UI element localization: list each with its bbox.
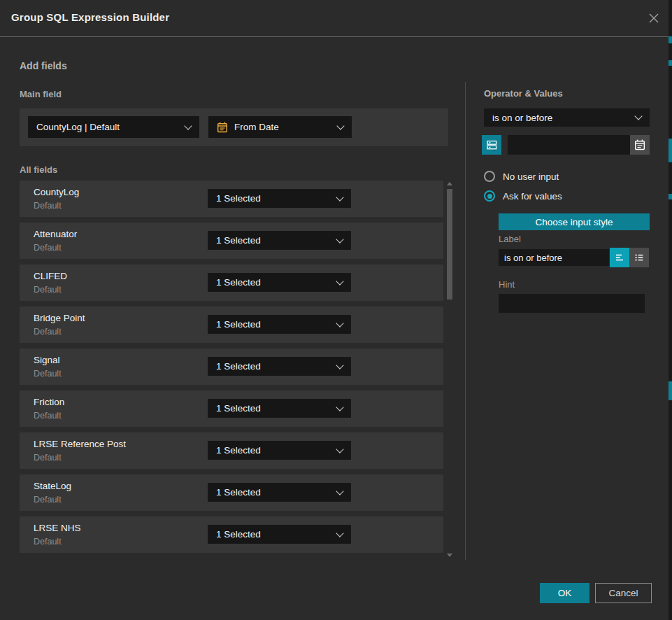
bullet-list-icon [634,252,645,263]
field-sublabel: Default [34,453,62,463]
main-field-select-value: CountyLog | Default [36,122,185,132]
select-value: 1 Selected [216,277,337,288]
field-name: LRSE NHS [34,523,81,533]
main-field-label: Main field [20,89,62,99]
panel-divider [465,82,466,560]
close-button[interactable] [647,11,661,25]
align-left-lines-icon [614,252,625,263]
edge-accent [669,194,672,199]
field-values-select[interactable]: 1 Selected [208,483,351,502]
select-value: 1 Selected [216,445,337,456]
field-sublabel: Default [34,369,62,379]
hint-input[interactable] [499,294,645,313]
field-values-select[interactable]: 1 Selected [208,315,351,334]
scroll-up-icon[interactable] [447,182,452,185]
select-value: 1 Selected [216,403,337,414]
field-sublabel: Default [34,327,62,337]
field-name: StateLog [34,481,71,491]
cancel-button[interactable]: Cancel [595,583,652,603]
field-row-lrse-reference-post: LRSE Reference Post Default 1 Selected [20,432,443,469]
field-sublabel: Default [34,495,62,505]
field-name: Signal [34,355,60,365]
field-sublabel: Default [34,243,62,253]
operator-select[interactable]: is on or before [484,108,650,127]
list-scrollbar[interactable] [445,181,454,558]
field-sublabel: Default [34,411,62,421]
chevron-down-icon [336,403,343,411]
scrollbar-thumb[interactable] [447,189,452,300]
main-date-field-select[interactable]: From Date [208,116,352,138]
operator-values-heading: Operator & Values [484,88,563,99]
chevron-down-icon [634,112,642,120]
field-values-select[interactable]: 1 Selected [208,525,351,544]
group-sql-expression-builder-dialog: Group SQL Expression Builder Add fields … [0,0,672,620]
main-field-select[interactable]: CountyLog | Default [28,116,199,138]
chevron-down-icon [336,319,343,327]
field-values-select[interactable]: 1 Selected [208,273,351,292]
date-value-input[interactable] [508,135,630,155]
field-name: LRSE Reference Post [34,439,126,449]
list-input-style-button[interactable] [629,248,649,267]
date-picker-button[interactable] [630,135,650,155]
chevron-down-icon [336,193,343,201]
field-row-lrse-nhs: LRSE NHS Default 1 Selected [20,516,443,553]
all-fields-list: CountyLog Default 1 Selected Attenuator … [20,181,443,558]
all-fields-label: All fields [20,164,57,175]
radio-no-user-input[interactable]: No user input [484,171,559,182]
chevron-down-icon [336,361,343,369]
hint-caption: Hint [499,279,515,290]
chevron-down-icon [336,235,343,243]
values-stack-icon [486,139,498,151]
field-row-friction: Friction Default 1 Selected [20,390,443,427]
field-row-attenuator: Attenuator Default 1 Selected [20,223,443,259]
field-values-select[interactable]: 1 Selected [208,189,351,208]
dialog-titlebar: Group SQL Expression Builder [0,0,669,36]
field-row-signal: Signal Default 1 Selected [20,348,443,385]
chevron-down-icon [336,277,343,285]
edge-accent [669,60,672,66]
edge-accent [669,381,672,400]
field-row-statelog: StateLog Default 1 Selected [20,474,443,511]
value-source-button[interactable] [482,135,501,155]
radio-circle-icon [484,171,495,182]
main-date-select-value: From Date [234,122,331,132]
select-value: 1 Selected [216,487,337,498]
field-row-countylog: CountyLog Default 1 Selected [20,181,443,217]
field-name: Friction [34,397,64,407]
field-sublabel: Default [34,285,62,295]
label-caption: Label [499,234,521,244]
chevron-down-icon [336,529,343,537]
edge-accent [669,139,672,162]
field-values-select[interactable]: 1 Selected [208,441,351,460]
field-values-select[interactable]: 1 Selected [208,357,351,376]
select-value: 1 Selected [216,361,337,372]
ok-button[interactable]: OK [540,583,589,603]
field-name: Attenuator [34,229,77,239]
select-value: 1 Selected [216,235,337,246]
select-value: 1 Selected [216,529,337,540]
radio-ask-for-values[interactable]: Ask for values [484,190,562,202]
field-values-select[interactable]: 1 Selected [208,231,351,250]
scroll-down-icon[interactable] [447,554,452,557]
single-line-input-style-button[interactable] [610,248,629,267]
field-name: Bridge Point [34,313,85,323]
select-value: 1 Selected [216,193,337,204]
field-sublabel: Default [34,201,62,211]
radio-selected-icon [484,190,495,202]
title-separator [0,36,669,37]
chevron-down-icon [336,445,343,453]
main-field-row: CountyLog | Default From Date [20,108,448,146]
field-row-bridge-point: Bridge Point Default 1 Selected [20,307,443,343]
field-row-clifed: CLIFED Default 1 Selected [20,265,443,301]
chevron-down-icon [184,122,192,129]
choose-input-style-button[interactable]: Choose input style [499,213,650,230]
radio-label: No user input [503,171,559,182]
chevron-down-icon [336,487,343,495]
radio-label: Ask for values [503,191,562,202]
calendar-icon [217,122,228,133]
field-values-select[interactable]: 1 Selected [208,399,351,418]
label-input[interactable] [499,249,609,266]
select-value: 1 Selected [216,319,337,330]
field-name: CountyLog [34,187,79,197]
add-fields-heading: Add fields [20,60,67,71]
